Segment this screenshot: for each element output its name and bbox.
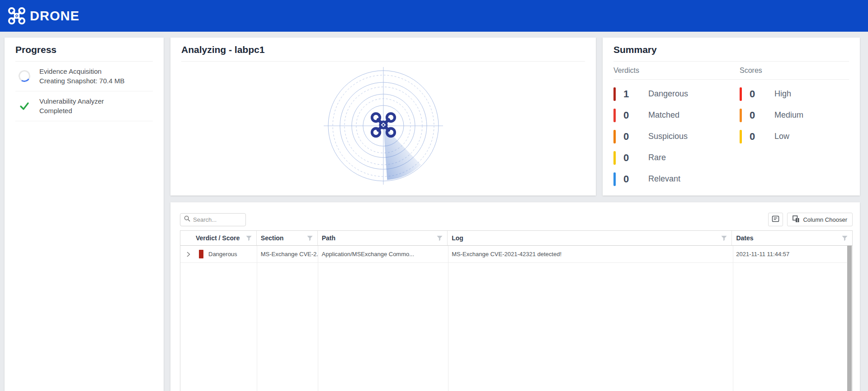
score-count: 0 bbox=[750, 88, 765, 100]
score-label: Low bbox=[774, 132, 789, 141]
column-header-log[interactable]: Log bbox=[448, 231, 732, 245]
summary-title: Summary bbox=[603, 38, 860, 61]
table-toolbar: Column Chooser bbox=[180, 213, 853, 226]
filter-funnel-icon[interactable] bbox=[721, 235, 727, 243]
column-separator bbox=[448, 246, 448, 391]
summary-column-headers: Verdicts Scores bbox=[613, 62, 849, 80]
progress-item-status: Completed bbox=[39, 106, 104, 115]
search-input[interactable] bbox=[193, 216, 242, 223]
score-label: Medium bbox=[774, 110, 803, 120]
verdict-row-dangerous: 1 Dangerous bbox=[613, 83, 740, 105]
score-row-low: 0 Low bbox=[740, 126, 803, 147]
top-nav-bar: DRONE bbox=[0, 0, 868, 32]
verdict-row-relevant: 0 Relevant bbox=[613, 168, 740, 190]
verdict-count: 0 bbox=[623, 173, 639, 185]
check-icon bbox=[18, 100, 31, 111]
column-separator bbox=[257, 246, 257, 391]
cell-verdict-score: Dangerous bbox=[180, 246, 257, 262]
verdicts-label: Verdicts bbox=[613, 67, 740, 75]
search-icon bbox=[184, 215, 190, 224]
score-row-medium: 0 Medium bbox=[740, 105, 803, 126]
app-root: DRONE Progress Evidence Acquisition Crea… bbox=[0, 0, 868, 391]
results-grid: Verdict / Score Section Path bbox=[180, 230, 853, 391]
verdict-label: Suspicious bbox=[648, 132, 688, 141]
column-header-label: Path bbox=[322, 234, 335, 242]
verdict-label: Dangerous bbox=[648, 89, 688, 99]
verdict-count: 1 bbox=[623, 88, 639, 100]
table-row[interactable]: Dangerous MS-Exchange CVE-2... Applicati… bbox=[180, 246, 852, 263]
column-header-path[interactable]: Path bbox=[318, 231, 448, 245]
verdict-color-bar bbox=[613, 87, 616, 101]
progress-item-name: Evidence Acquisition bbox=[39, 67, 124, 76]
cell-path: Application/MSExchange Commo... bbox=[318, 246, 448, 262]
scores-label: Scores bbox=[740, 67, 762, 75]
cell-dates: 2021-11-11 11:44:57 bbox=[732, 246, 852, 262]
verdict-row-matched: 0 Matched bbox=[613, 105, 740, 126]
verdict-count: 0 bbox=[623, 152, 639, 164]
column-header-dates[interactable]: Dates bbox=[732, 231, 852, 245]
progress-item-evidence-acquisition: Evidence Acquisition Creating Snapshot: … bbox=[15, 62, 153, 91]
column-chooser-button[interactable]: Column Chooser bbox=[787, 213, 853, 226]
progress-panel: Progress Evidence Acquisition Creating S… bbox=[5, 38, 164, 391]
progress-item-vulnerability-analyzer: Vulnerability Analyzer Completed bbox=[15, 91, 153, 121]
column-header-label: Verdict / Score bbox=[196, 234, 240, 242]
filter-funnel-icon[interactable] bbox=[841, 235, 848, 243]
analyzing-panel: Analyzing - labpc1 bbox=[170, 38, 596, 196]
summary-panel: Summary Verdicts Scores 1 Dangerous 0 Ma… bbox=[603, 38, 860, 196]
drone-logo-icon bbox=[7, 6, 26, 25]
column-header-section[interactable]: Section bbox=[257, 231, 318, 245]
filter-funnel-icon[interactable] bbox=[307, 235, 313, 243]
verdict-row-rare: 0 Rare bbox=[613, 147, 740, 168]
column-header-verdict-score[interactable]: Verdict / Score bbox=[180, 231, 257, 245]
column-chooser-icon bbox=[793, 215, 800, 224]
results-table-panel: Column Chooser Verdict / Score Section bbox=[170, 202, 860, 391]
verdict-label: Matched bbox=[648, 110, 679, 120]
score-color-bar bbox=[740, 109, 742, 122]
verdict-color-bar bbox=[613, 130, 616, 143]
cell-log: MS-Exchange CVE-2021-42321 detected! bbox=[448, 246, 732, 262]
column-separator bbox=[318, 246, 318, 391]
column-chooser-label: Column Chooser bbox=[803, 216, 847, 223]
filter-funnel-icon[interactable] bbox=[436, 235, 443, 243]
expand-row-icon[interactable] bbox=[187, 252, 190, 257]
verdict-row-suspicious: 0 Suspicious bbox=[613, 126, 740, 147]
app-title: DRONE bbox=[30, 9, 80, 24]
verdict-color-bar bbox=[613, 109, 616, 122]
progress-item-name: Vulnerability Analyzer bbox=[39, 96, 104, 106]
app-logo[interactable]: DRONE bbox=[7, 6, 80, 25]
radar-display bbox=[324, 66, 443, 186]
spinner-icon bbox=[18, 70, 31, 82]
grid-header-row: Verdict / Score Section Path bbox=[180, 231, 852, 246]
verdict-label: Rare bbox=[648, 153, 666, 162]
divider bbox=[181, 61, 585, 62]
score-color-bar bbox=[740, 87, 742, 101]
verdict-label: Relevant bbox=[648, 174, 680, 184]
export-button[interactable] bbox=[768, 213, 783, 226]
analyzing-title: Analyzing - labpc1 bbox=[170, 38, 596, 61]
progress-title: Progress bbox=[5, 38, 164, 61]
export-icon bbox=[772, 215, 779, 224]
cell-verdict-text: Dangerous bbox=[208, 251, 237, 257]
verdict-count: 0 bbox=[623, 131, 639, 143]
verdict-badge bbox=[199, 250, 203, 258]
grid-body: Dangerous MS-Exchange CVE-2... Applicati… bbox=[180, 246, 852, 391]
verdict-color-bar bbox=[613, 151, 616, 165]
vertical-scrollbar bbox=[847, 246, 852, 391]
verdict-count: 0 bbox=[623, 110, 639, 121]
scores-list: 0 High 0 Medium 0 Low bbox=[740, 83, 803, 190]
search-box[interactable] bbox=[180, 213, 246, 226]
score-count: 0 bbox=[750, 131, 765, 143]
scrollbar-thumb[interactable] bbox=[847, 246, 852, 391]
score-label: High bbox=[774, 89, 791, 99]
verdicts-list: 1 Dangerous 0 Matched 0 Suspicious 0 Rar… bbox=[613, 83, 740, 190]
column-separator bbox=[733, 246, 733, 391]
filter-funnel-icon[interactable] bbox=[245, 235, 252, 243]
score-row-high: 0 High bbox=[740, 83, 803, 105]
column-header-label: Dates bbox=[736, 234, 753, 242]
verdict-color-bar bbox=[613, 172, 616, 186]
drone-icon bbox=[369, 111, 397, 141]
cell-section: MS-Exchange CVE-2... bbox=[257, 246, 318, 262]
progress-item-status: Creating Snapshot: 70.4 MB bbox=[39, 76, 124, 86]
score-color-bar bbox=[740, 130, 742, 143]
column-header-label: Section bbox=[261, 234, 284, 242]
